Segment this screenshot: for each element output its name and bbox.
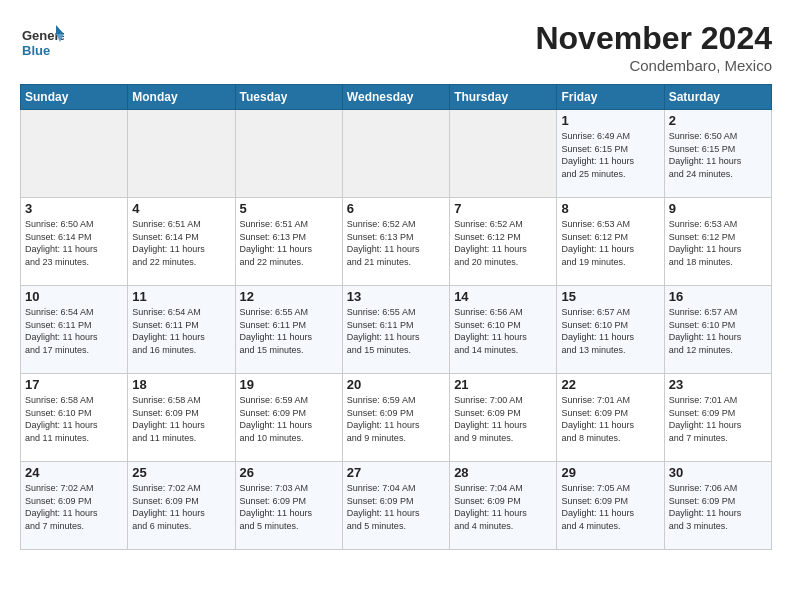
day-number: 5 [240,201,338,216]
calendar-week-2: 3Sunrise: 6:50 AM Sunset: 6:14 PM Daylig… [21,198,772,286]
day-number: 19 [240,377,338,392]
page-header: General Blue November 2024 Condembaro, M… [20,20,772,74]
day-number: 12 [240,289,338,304]
cell-info: Sunrise: 6:53 AM Sunset: 6:12 PM Dayligh… [669,218,767,268]
cell-info: Sunrise: 7:02 AM Sunset: 6:09 PM Dayligh… [25,482,123,532]
header-monday: Monday [128,85,235,110]
cell-info: Sunrise: 6:54 AM Sunset: 6:11 PM Dayligh… [25,306,123,356]
day-number: 6 [347,201,445,216]
calendar-cell [235,110,342,198]
cell-info: Sunrise: 6:58 AM Sunset: 6:10 PM Dayligh… [25,394,123,444]
calendar-cell: 20Sunrise: 6:59 AM Sunset: 6:09 PM Dayli… [342,374,449,462]
cell-info: Sunrise: 6:52 AM Sunset: 6:13 PM Dayligh… [347,218,445,268]
calendar-cell [342,110,449,198]
day-number: 11 [132,289,230,304]
calendar-cell: 21Sunrise: 7:00 AM Sunset: 6:09 PM Dayli… [450,374,557,462]
day-number: 27 [347,465,445,480]
calendar-cell: 11Sunrise: 6:54 AM Sunset: 6:11 PM Dayli… [128,286,235,374]
calendar-cell: 18Sunrise: 6:58 AM Sunset: 6:09 PM Dayli… [128,374,235,462]
day-number: 24 [25,465,123,480]
day-number: 30 [669,465,767,480]
cell-info: Sunrise: 7:03 AM Sunset: 6:09 PM Dayligh… [240,482,338,532]
day-number: 28 [454,465,552,480]
day-number: 25 [132,465,230,480]
day-number: 8 [561,201,659,216]
calendar-cell: 27Sunrise: 7:04 AM Sunset: 6:09 PM Dayli… [342,462,449,550]
calendar-cell: 2Sunrise: 6:50 AM Sunset: 6:15 PM Daylig… [664,110,771,198]
calendar-cell: 6Sunrise: 6:52 AM Sunset: 6:13 PM Daylig… [342,198,449,286]
logo-svg: General Blue [20,20,64,64]
day-number: 20 [347,377,445,392]
cell-info: Sunrise: 6:50 AM Sunset: 6:14 PM Dayligh… [25,218,123,268]
cell-info: Sunrise: 7:01 AM Sunset: 6:09 PM Dayligh… [561,394,659,444]
calendar-cell: 12Sunrise: 6:55 AM Sunset: 6:11 PM Dayli… [235,286,342,374]
day-number: 18 [132,377,230,392]
cell-info: Sunrise: 6:55 AM Sunset: 6:11 PM Dayligh… [240,306,338,356]
cell-info: Sunrise: 6:52 AM Sunset: 6:12 PM Dayligh… [454,218,552,268]
calendar-week-4: 17Sunrise: 6:58 AM Sunset: 6:10 PM Dayli… [21,374,772,462]
calendar-cell [128,110,235,198]
month-title: November 2024 [535,20,772,57]
day-number: 29 [561,465,659,480]
day-number: 10 [25,289,123,304]
calendar-week-3: 10Sunrise: 6:54 AM Sunset: 6:11 PM Dayli… [21,286,772,374]
calendar-cell: 15Sunrise: 6:57 AM Sunset: 6:10 PM Dayli… [557,286,664,374]
day-number: 22 [561,377,659,392]
calendar-cell: 19Sunrise: 6:59 AM Sunset: 6:09 PM Dayli… [235,374,342,462]
header-wednesday: Wednesday [342,85,449,110]
logo: General Blue [20,20,64,64]
calendar-cell: 13Sunrise: 6:55 AM Sunset: 6:11 PM Dayli… [342,286,449,374]
calendar-cell: 30Sunrise: 7:06 AM Sunset: 6:09 PM Dayli… [664,462,771,550]
day-number: 2 [669,113,767,128]
day-number: 14 [454,289,552,304]
cell-info: Sunrise: 6:59 AM Sunset: 6:09 PM Dayligh… [347,394,445,444]
calendar-week-1: 1Sunrise: 6:49 AM Sunset: 6:15 PM Daylig… [21,110,772,198]
calendar-cell: 22Sunrise: 7:01 AM Sunset: 6:09 PM Dayli… [557,374,664,462]
calendar-cell: 5Sunrise: 6:51 AM Sunset: 6:13 PM Daylig… [235,198,342,286]
cell-info: Sunrise: 6:59 AM Sunset: 6:09 PM Dayligh… [240,394,338,444]
day-number: 21 [454,377,552,392]
calendar-cell: 17Sunrise: 6:58 AM Sunset: 6:10 PM Dayli… [21,374,128,462]
calendar-cell: 8Sunrise: 6:53 AM Sunset: 6:12 PM Daylig… [557,198,664,286]
calendar-cell: 29Sunrise: 7:05 AM Sunset: 6:09 PM Dayli… [557,462,664,550]
cell-info: Sunrise: 7:04 AM Sunset: 6:09 PM Dayligh… [454,482,552,532]
cell-info: Sunrise: 7:00 AM Sunset: 6:09 PM Dayligh… [454,394,552,444]
cell-info: Sunrise: 6:51 AM Sunset: 6:13 PM Dayligh… [240,218,338,268]
cell-info: Sunrise: 6:49 AM Sunset: 6:15 PM Dayligh… [561,130,659,180]
calendar-cell [21,110,128,198]
header-tuesday: Tuesday [235,85,342,110]
calendar-cell: 24Sunrise: 7:02 AM Sunset: 6:09 PM Dayli… [21,462,128,550]
calendar-cell: 3Sunrise: 6:50 AM Sunset: 6:14 PM Daylig… [21,198,128,286]
calendar-cell: 14Sunrise: 6:56 AM Sunset: 6:10 PM Dayli… [450,286,557,374]
day-number: 16 [669,289,767,304]
calendar-cell: 9Sunrise: 6:53 AM Sunset: 6:12 PM Daylig… [664,198,771,286]
day-number: 13 [347,289,445,304]
cell-info: Sunrise: 7:05 AM Sunset: 6:09 PM Dayligh… [561,482,659,532]
calendar-cell: 1Sunrise: 6:49 AM Sunset: 6:15 PM Daylig… [557,110,664,198]
day-number: 4 [132,201,230,216]
cell-info: Sunrise: 6:58 AM Sunset: 6:09 PM Dayligh… [132,394,230,444]
calendar-cell: 26Sunrise: 7:03 AM Sunset: 6:09 PM Dayli… [235,462,342,550]
calendar-cell: 10Sunrise: 6:54 AM Sunset: 6:11 PM Dayli… [21,286,128,374]
day-number: 17 [25,377,123,392]
calendar-header-row: SundayMondayTuesdayWednesdayThursdayFrid… [21,85,772,110]
day-number: 23 [669,377,767,392]
calendar-cell: 16Sunrise: 6:57 AM Sunset: 6:10 PM Dayli… [664,286,771,374]
calendar-cell: 23Sunrise: 7:01 AM Sunset: 6:09 PM Dayli… [664,374,771,462]
cell-info: Sunrise: 6:53 AM Sunset: 6:12 PM Dayligh… [561,218,659,268]
calendar-cell [450,110,557,198]
day-number: 26 [240,465,338,480]
cell-info: Sunrise: 6:57 AM Sunset: 6:10 PM Dayligh… [669,306,767,356]
title-block: November 2024 Condembaro, Mexico [535,20,772,74]
cell-info: Sunrise: 7:06 AM Sunset: 6:09 PM Dayligh… [669,482,767,532]
cell-info: Sunrise: 6:54 AM Sunset: 6:11 PM Dayligh… [132,306,230,356]
cell-info: Sunrise: 7:02 AM Sunset: 6:09 PM Dayligh… [132,482,230,532]
cell-info: Sunrise: 6:57 AM Sunset: 6:10 PM Dayligh… [561,306,659,356]
calendar-week-5: 24Sunrise: 7:02 AM Sunset: 6:09 PM Dayli… [21,462,772,550]
cell-info: Sunrise: 6:55 AM Sunset: 6:11 PM Dayligh… [347,306,445,356]
header-friday: Friday [557,85,664,110]
day-number: 1 [561,113,659,128]
cell-info: Sunrise: 6:51 AM Sunset: 6:14 PM Dayligh… [132,218,230,268]
calendar-cell: 7Sunrise: 6:52 AM Sunset: 6:12 PM Daylig… [450,198,557,286]
cell-info: Sunrise: 7:04 AM Sunset: 6:09 PM Dayligh… [347,482,445,532]
